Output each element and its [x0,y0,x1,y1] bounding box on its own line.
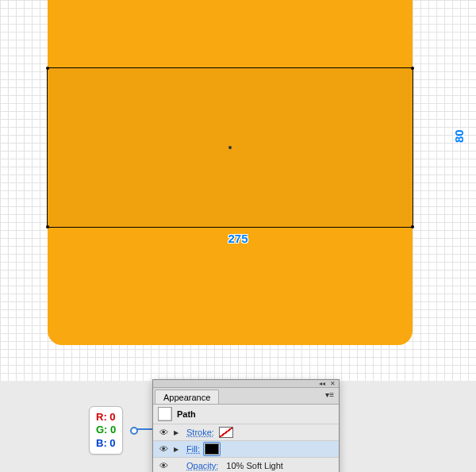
anchor-bottom-left[interactable] [46,225,49,228]
collapse-icon[interactable]: ◂◂ [319,380,325,387]
opacity-row[interactable]: 👁 Opacity: 10% Soft Light [153,458,339,472]
rgb-b-label: B: 0 [96,437,116,450]
visibility-toggle-fill[interactable]: 👁 [158,444,169,454]
canvas-area[interactable]: 275 80 [0,0,476,381]
selection-row[interactable]: Path [153,405,339,424]
anchor-top-left[interactable] [46,67,49,70]
center-point [228,146,232,149]
anchor-top-right[interactable] [411,67,414,70]
visibility-toggle-stroke[interactable]: 👁 [158,428,169,437]
fill-label[interactable]: Fill: [186,444,200,454]
panel-titlebar[interactable]: ◂◂ ✕ [153,380,339,388]
rgb-r-label: R: 0 [96,411,116,424]
disclosure-fill[interactable]: ▶ [174,446,182,453]
height-dimension-label: 80 [452,129,466,143]
tab-appearance[interactable]: Appearance [155,389,219,404]
width-dimension-label: 275 [228,232,248,245]
panel-tabs: Appearance ▾≡ [153,388,339,405]
close-icon[interactable]: ✕ [330,380,336,387]
stroke-label[interactable]: Stroke: [186,428,214,437]
anchor-bottom-right[interactable] [411,225,414,228]
disclosure-stroke[interactable]: ▶ [174,429,182,436]
fill-row[interactable]: 👁 ▶ Fill: [153,441,339,458]
selection-thumbnail [158,407,172,421]
drawn-rectangle[interactable] [47,67,413,228]
fill-swatch-black[interactable] [205,443,219,455]
stroke-swatch-none[interactable] [219,427,233,438]
opacity-label[interactable]: Opacity: [186,461,218,470]
panel-flyout-menu[interactable]: ▾≡ [321,388,339,404]
selection-type: Path [177,409,196,419]
stroke-row[interactable]: 👁 ▶ Stroke: [153,424,339,441]
appearance-panel[interactable]: ◂◂ ✕ Appearance ▾≡ Path 👁 ▶ Stroke: 👁 ▶ … [152,379,340,472]
rgb-g-label: G: 0 [96,424,116,436]
panel-body: Path 👁 ▶ Stroke: 👁 ▶ Fill: 👁 Opacity: 10… [153,405,339,472]
opacity-value: 10% Soft Light [226,461,283,470]
visibility-toggle-opacity[interactable]: 👁 [158,461,169,470]
rgb-callout: R: 0 G: 0 B: 0 [89,406,123,455]
